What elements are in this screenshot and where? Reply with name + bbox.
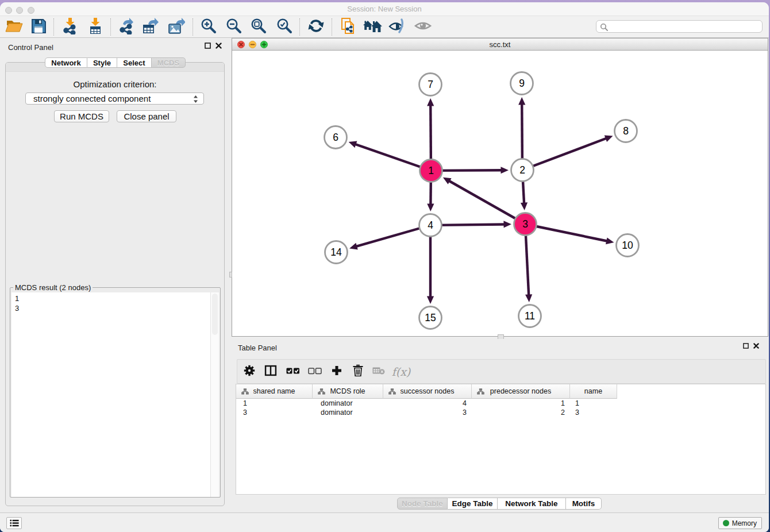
criterion-value: strongly connected component xyxy=(33,94,151,103)
tab-edge-table[interactable]: Edge Table xyxy=(448,498,498,510)
network-window-titlebar[interactable]: scc.txt xyxy=(232,38,768,51)
task-history-button[interactable] xyxy=(6,517,22,529)
close-panel-button[interactable]: Close panel xyxy=(117,110,176,122)
toolbar-separator xyxy=(299,18,300,36)
column-header-successor-nodes[interactable]: successor nodes xyxy=(383,384,472,399)
table-header: shared nameMCDS rolesuccessor nodesprede… xyxy=(236,384,617,399)
control-panel-title: Control Panel xyxy=(8,43,53,52)
import-network-icon[interactable] xyxy=(61,17,79,37)
graph-node-label: 11 xyxy=(525,310,535,322)
table-panel-title: Table Panel xyxy=(238,344,277,352)
close-panel-icon[interactable] xyxy=(753,343,759,349)
open-session-icon[interactable] xyxy=(5,17,23,37)
column-header-MCDS-role[interactable]: MCDS role xyxy=(313,384,383,399)
table-cell: 3 xyxy=(236,408,313,417)
add-column-icon[interactable] xyxy=(332,365,342,378)
table-panel: Table Panel xyxy=(230,339,769,512)
select-chevrons-icon xyxy=(193,95,198,105)
table-cell: 3 xyxy=(383,408,472,417)
graph-node-label: 2 xyxy=(519,164,525,176)
graph-node-label: 4 xyxy=(428,219,433,231)
toolbar-separator xyxy=(53,18,54,36)
graph-arrowhead xyxy=(427,203,434,211)
memory-button[interactable]: Memory xyxy=(718,517,762,529)
float-panel-icon[interactable] xyxy=(205,43,211,49)
graph-edge-3-1[interactable] xyxy=(449,181,525,224)
tab-node-table[interactable]: Node Table xyxy=(397,498,448,510)
select-all-icon[interactable] xyxy=(286,367,300,377)
run-mcds-button[interactable]: Run MCDS xyxy=(54,110,109,122)
graph-node-label: 1 xyxy=(428,165,434,176)
apply-layout-icon[interactable] xyxy=(308,18,324,36)
criterion-select[interactable]: strongly connected component xyxy=(25,92,204,105)
show-all-icon[interactable] xyxy=(414,19,432,35)
table-options-icon[interactable] xyxy=(243,364,256,379)
task-list-icon xyxy=(10,519,19,527)
search-input[interactable] xyxy=(596,20,763,33)
export-table-icon[interactable] xyxy=(141,17,159,37)
graph-edge-1-6[interactable] xyxy=(355,144,431,171)
delete-column-icon[interactable] xyxy=(353,364,364,379)
graph-arrowhead xyxy=(521,202,528,210)
graph-node-label: 9 xyxy=(519,78,525,89)
save-session-icon[interactable] xyxy=(30,18,47,36)
export-image-icon[interactable] xyxy=(167,17,185,37)
column-header-name[interactable]: name xyxy=(570,384,617,399)
graph-arrowhead xyxy=(427,296,434,304)
fx-label: f(x) xyxy=(392,365,411,378)
float-panel-icon[interactable] xyxy=(743,343,749,349)
zoom-out-icon[interactable] xyxy=(225,17,242,37)
control-panel-buttons xyxy=(205,43,222,49)
hide-selected-icon[interactable] xyxy=(388,18,406,36)
table-cell: 1 xyxy=(472,399,570,407)
column-header-shared-name[interactable]: shared name xyxy=(236,384,313,399)
table-row[interactable]: 1dominator411 xyxy=(236,399,765,408)
table-cell: dominator xyxy=(313,399,383,407)
graph-node-label: 3 xyxy=(522,218,528,230)
network-home-icon[interactable] xyxy=(363,18,382,36)
table-tabs: Node Table Edge Table Network Table Moti… xyxy=(397,498,602,510)
mcds-result-legend: MCDS result (2 nodes) xyxy=(13,283,93,292)
function-builder-icon[interactable]: f(x) xyxy=(392,365,411,378)
node-table: shared nameMCDS rolesuccessor nodesprede… xyxy=(236,384,766,495)
table-toolbar: f(x) xyxy=(237,359,766,384)
toolbar-separator xyxy=(332,18,332,36)
tab-motifs[interactable]: Motifs xyxy=(566,498,602,510)
graph-arrowhead xyxy=(518,97,525,105)
table-cell: 3 xyxy=(570,408,617,417)
zoom-fit-icon[interactable] xyxy=(250,17,267,37)
toggle-panes-icon[interactable] xyxy=(265,365,277,378)
result-scrollbar[interactable] xyxy=(210,292,219,497)
table-cell: 4 xyxy=(383,399,472,407)
graph-node-label: 7 xyxy=(428,79,433,90)
network-canvas[interactable]: 1234678910111415 xyxy=(232,51,768,336)
graph-arrowhead xyxy=(606,237,614,244)
search-icon xyxy=(600,23,609,32)
window-title: Session: New Session xyxy=(0,5,769,13)
mcds-result-group: MCDS result (2 nodes) 1 3 xyxy=(10,287,221,498)
graph-edge-3-10[interactable] xyxy=(525,224,607,241)
zoom-selected-icon[interactable] xyxy=(276,17,293,37)
vertical-splitter-handle[interactable] xyxy=(229,272,232,277)
mcds-panel: Optimization criterion: strongly connect… xyxy=(5,62,225,506)
delete-table-icon[interactable] xyxy=(372,366,385,377)
manage-networks-icon[interactable] xyxy=(339,17,356,37)
graph-arrowhead xyxy=(500,167,509,174)
memory-status-icon xyxy=(723,520,729,526)
control-panel: Control Panel Network Style Select MCDS … xyxy=(0,38,230,512)
graph-edge-2-8[interactable] xyxy=(522,138,607,170)
column-header-predecessor-nodes[interactable]: predecessor nodes xyxy=(472,384,570,399)
deselect-all-icon[interactable] xyxy=(308,367,322,377)
table-row[interactable]: 3dominator323 xyxy=(236,408,765,417)
mcds-result-text[interactable]: 1 3 xyxy=(11,292,219,497)
graph-node-label: 15 xyxy=(425,312,436,323)
zoom-in-icon[interactable] xyxy=(200,17,217,37)
desktop: Session: New Session xyxy=(0,0,770,532)
main-toolbar xyxy=(0,16,769,38)
import-table-icon[interactable] xyxy=(87,17,104,37)
main-titlebar: Session: New Session xyxy=(0,2,769,16)
tab-network-table[interactable]: Network Table xyxy=(498,498,566,510)
graph-arrowhead xyxy=(525,294,532,302)
export-network-icon[interactable] xyxy=(118,17,135,37)
close-panel-icon[interactable] xyxy=(215,43,222,49)
